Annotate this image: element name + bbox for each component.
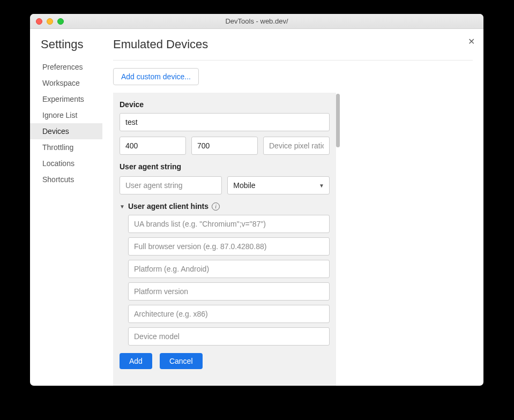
ua-type-select-wrap: Mobile ▼ <box>227 176 330 194</box>
cancel-button[interactable]: Cancel <box>160 353 203 369</box>
settings-heading: Settings <box>41 38 102 51</box>
button-row: Add Cancel <box>120 353 330 369</box>
device-pixel-ratio-input[interactable] <box>263 137 330 155</box>
settings-main: Emulated Devices Add custom device... De… <box>102 36 483 386</box>
device-model-input[interactable] <box>128 327 330 346</box>
full-browser-version-input[interactable] <box>128 237 330 256</box>
sidebar-item-shortcuts[interactable]: Shortcuts <box>30 171 102 188</box>
ua-type-select[interactable]: Mobile <box>227 176 330 194</box>
client-hints-fields <box>120 215 330 350</box>
page-title: Emulated Devices <box>113 38 473 51</box>
window-close-icon[interactable] <box>36 18 42 25</box>
device-section-label: Device <box>120 100 330 109</box>
user-agent-input[interactable] <box>120 176 222 194</box>
device-editor-wrap: Device User agent string Mobile <box>113 93 473 386</box>
window-minimize-icon[interactable] <box>47 18 53 25</box>
close-icon[interactable]: ✕ <box>468 36 475 47</box>
info-icon[interactable]: i <box>212 202 220 211</box>
sidebar-item-devices[interactable]: Devices <box>30 123 102 139</box>
add-button[interactable]: Add <box>120 353 152 369</box>
device-width-input[interactable] <box>120 137 186 155</box>
scrollbar-thumb[interactable] <box>336 94 340 147</box>
ua-brands-input[interactable] <box>128 215 330 233</box>
add-custom-device-button[interactable]: Add custom device... <box>113 68 199 85</box>
traffic-lights <box>30 18 64 25</box>
device-editor-panel: Device User agent string Mobile <box>113 93 336 386</box>
sidebar-item-workspace[interactable]: Workspace <box>30 75 102 91</box>
window-title: DevTools - web.dev/ <box>30 17 483 25</box>
device-size-row <box>120 137 330 155</box>
sidebar-item-preferences[interactable]: Preferences <box>30 59 102 75</box>
ua-section-label: User agent string <box>120 162 330 171</box>
settings-panel: ✕ Settings Preferences Workspace Experim… <box>30 29 483 386</box>
device-height-input[interactable] <box>191 137 258 155</box>
divider <box>113 60 473 61</box>
architecture-input[interactable] <box>128 305 330 323</box>
devtools-window: DevTools - web.dev/ ✕ Settings Preferenc… <box>30 14 483 386</box>
ua-row: Mobile ▼ <box>120 176 330 194</box>
titlebar: DevTools - web.dev/ <box>30 14 483 29</box>
device-name-input[interactable] <box>120 113 330 131</box>
sidebar-item-experiments[interactable]: Experiments <box>30 91 102 107</box>
window-zoom-icon[interactable] <box>57 18 64 25</box>
sidebar-item-throttling[interactable]: Throttling <box>30 139 102 155</box>
scrollbar[interactable] <box>336 93 340 386</box>
sidebar-item-ignore-list[interactable]: Ignore List <box>30 107 102 123</box>
settings-sidebar: Settings Preferences Workspace Experimen… <box>30 36 102 386</box>
client-hints-label: User agent client hints <box>128 202 208 211</box>
settings-body: Settings Preferences Workspace Experimen… <box>30 29 483 386</box>
platform-version-input[interactable] <box>128 282 330 301</box>
platform-input[interactable] <box>128 260 330 278</box>
triangle-down-icon: ▼ <box>120 204 125 209</box>
sidebar-item-locations[interactable]: Locations <box>30 155 102 171</box>
client-hints-disclosure[interactable]: ▼ User agent client hints i <box>120 202 330 211</box>
